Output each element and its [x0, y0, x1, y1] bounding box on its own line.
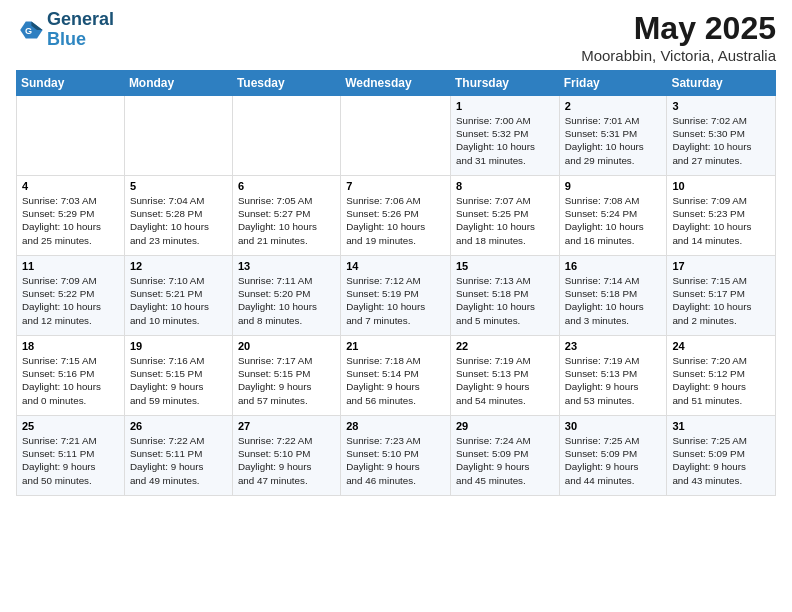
day-cell: 6Sunrise: 7:05 AMSunset: 5:27 PMDaylight… [232, 176, 340, 256]
day-number: 7 [346, 180, 445, 192]
day-info: Sunrise: 7:22 AMSunset: 5:10 PMDaylight:… [238, 434, 335, 487]
weekday-header-friday: Friday [559, 71, 667, 96]
day-number: 18 [22, 340, 119, 352]
day-number: 5 [130, 180, 227, 192]
day-cell: 7Sunrise: 7:06 AMSunset: 5:26 PMDaylight… [341, 176, 451, 256]
logo-line2: Blue [47, 30, 114, 50]
day-cell: 30Sunrise: 7:25 AMSunset: 5:09 PMDayligh… [559, 416, 667, 496]
day-cell: 26Sunrise: 7:22 AMSunset: 5:11 PMDayligh… [124, 416, 232, 496]
day-number: 13 [238, 260, 335, 272]
day-info: Sunrise: 7:23 AMSunset: 5:10 PMDaylight:… [346, 434, 445, 487]
week-row-4: 18Sunrise: 7:15 AMSunset: 5:16 PMDayligh… [17, 336, 776, 416]
day-number: 10 [672, 180, 770, 192]
day-info: Sunrise: 7:18 AMSunset: 5:14 PMDaylight:… [346, 354, 445, 407]
title-block: May 2025 Moorabbin, Victoria, Australia [581, 10, 776, 64]
day-cell: 15Sunrise: 7:13 AMSunset: 5:18 PMDayligh… [451, 256, 560, 336]
day-number: 17 [672, 260, 770, 272]
week-row-2: 4Sunrise: 7:03 AMSunset: 5:29 PMDaylight… [17, 176, 776, 256]
weekday-header-tuesday: Tuesday [232, 71, 340, 96]
day-cell: 2Sunrise: 7:01 AMSunset: 5:31 PMDaylight… [559, 96, 667, 176]
day-number: 19 [130, 340, 227, 352]
day-info: Sunrise: 7:15 AMSunset: 5:16 PMDaylight:… [22, 354, 119, 407]
day-number: 22 [456, 340, 554, 352]
day-cell: 24Sunrise: 7:20 AMSunset: 5:12 PMDayligh… [667, 336, 776, 416]
day-info: Sunrise: 7:21 AMSunset: 5:11 PMDaylight:… [22, 434, 119, 487]
day-cell: 29Sunrise: 7:24 AMSunset: 5:09 PMDayligh… [451, 416, 560, 496]
day-cell: 5Sunrise: 7:04 AMSunset: 5:28 PMDaylight… [124, 176, 232, 256]
day-number: 3 [672, 100, 770, 112]
day-cell: 8Sunrise: 7:07 AMSunset: 5:25 PMDaylight… [451, 176, 560, 256]
day-cell: 4Sunrise: 7:03 AMSunset: 5:29 PMDaylight… [17, 176, 125, 256]
day-number: 24 [672, 340, 770, 352]
day-info: Sunrise: 7:22 AMSunset: 5:11 PMDaylight:… [130, 434, 227, 487]
day-number: 16 [565, 260, 662, 272]
day-cell [17, 96, 125, 176]
day-info: Sunrise: 7:10 AMSunset: 5:21 PMDaylight:… [130, 274, 227, 327]
day-cell: 27Sunrise: 7:22 AMSunset: 5:10 PMDayligh… [232, 416, 340, 496]
day-number: 14 [346, 260, 445, 272]
day-number: 27 [238, 420, 335, 432]
day-cell [341, 96, 451, 176]
day-cell: 12Sunrise: 7:10 AMSunset: 5:21 PMDayligh… [124, 256, 232, 336]
weekday-header-wednesday: Wednesday [341, 71, 451, 96]
logo-line1: General [47, 10, 114, 30]
day-cell: 11Sunrise: 7:09 AMSunset: 5:22 PMDayligh… [17, 256, 125, 336]
day-cell: 28Sunrise: 7:23 AMSunset: 5:10 PMDayligh… [341, 416, 451, 496]
day-number: 6 [238, 180, 335, 192]
day-info: Sunrise: 7:06 AMSunset: 5:26 PMDaylight:… [346, 194, 445, 247]
page: G General Blue May 2025 Moorabbin, Victo… [0, 0, 792, 506]
day-cell [124, 96, 232, 176]
day-info: Sunrise: 7:03 AMSunset: 5:29 PMDaylight:… [22, 194, 119, 247]
day-info: Sunrise: 7:08 AMSunset: 5:24 PMDaylight:… [565, 194, 662, 247]
day-info: Sunrise: 7:05 AMSunset: 5:27 PMDaylight:… [238, 194, 335, 247]
day-info: Sunrise: 7:09 AMSunset: 5:23 PMDaylight:… [672, 194, 770, 247]
day-cell: 3Sunrise: 7:02 AMSunset: 5:30 PMDaylight… [667, 96, 776, 176]
day-number: 2 [565, 100, 662, 112]
day-cell: 19Sunrise: 7:16 AMSunset: 5:15 PMDayligh… [124, 336, 232, 416]
week-row-5: 25Sunrise: 7:21 AMSunset: 5:11 PMDayligh… [17, 416, 776, 496]
day-info: Sunrise: 7:17 AMSunset: 5:15 PMDaylight:… [238, 354, 335, 407]
day-cell: 31Sunrise: 7:25 AMSunset: 5:09 PMDayligh… [667, 416, 776, 496]
day-info: Sunrise: 7:04 AMSunset: 5:28 PMDaylight:… [130, 194, 227, 247]
day-number: 25 [22, 420, 119, 432]
day-info: Sunrise: 7:15 AMSunset: 5:17 PMDaylight:… [672, 274, 770, 327]
day-cell: 14Sunrise: 7:12 AMSunset: 5:19 PMDayligh… [341, 256, 451, 336]
day-number: 29 [456, 420, 554, 432]
day-number: 26 [130, 420, 227, 432]
day-cell: 17Sunrise: 7:15 AMSunset: 5:17 PMDayligh… [667, 256, 776, 336]
day-number: 12 [130, 260, 227, 272]
day-cell: 13Sunrise: 7:11 AMSunset: 5:20 PMDayligh… [232, 256, 340, 336]
day-number: 21 [346, 340, 445, 352]
day-cell: 21Sunrise: 7:18 AMSunset: 5:14 PMDayligh… [341, 336, 451, 416]
day-cell: 23Sunrise: 7:19 AMSunset: 5:13 PMDayligh… [559, 336, 667, 416]
day-cell: 22Sunrise: 7:19 AMSunset: 5:13 PMDayligh… [451, 336, 560, 416]
day-cell: 25Sunrise: 7:21 AMSunset: 5:11 PMDayligh… [17, 416, 125, 496]
header: G General Blue May 2025 Moorabbin, Victo… [16, 10, 776, 64]
day-info: Sunrise: 7:20 AMSunset: 5:12 PMDaylight:… [672, 354, 770, 407]
weekday-header-monday: Monday [124, 71, 232, 96]
day-info: Sunrise: 7:25 AMSunset: 5:09 PMDaylight:… [565, 434, 662, 487]
day-number: 31 [672, 420, 770, 432]
location: Moorabbin, Victoria, Australia [581, 47, 776, 64]
day-number: 23 [565, 340, 662, 352]
month-title: May 2025 [581, 10, 776, 47]
day-cell: 10Sunrise: 7:09 AMSunset: 5:23 PMDayligh… [667, 176, 776, 256]
day-info: Sunrise: 7:09 AMSunset: 5:22 PMDaylight:… [22, 274, 119, 327]
day-cell: 20Sunrise: 7:17 AMSunset: 5:15 PMDayligh… [232, 336, 340, 416]
day-number: 20 [238, 340, 335, 352]
day-number: 8 [456, 180, 554, 192]
day-info: Sunrise: 7:14 AMSunset: 5:18 PMDaylight:… [565, 274, 662, 327]
day-info: Sunrise: 7:13 AMSunset: 5:18 PMDaylight:… [456, 274, 554, 327]
day-info: Sunrise: 7:11 AMSunset: 5:20 PMDaylight:… [238, 274, 335, 327]
svg-text:G: G [25, 26, 32, 36]
day-info: Sunrise: 7:02 AMSunset: 5:30 PMDaylight:… [672, 114, 770, 167]
logo-icon: G [16, 16, 44, 44]
day-cell: 16Sunrise: 7:14 AMSunset: 5:18 PMDayligh… [559, 256, 667, 336]
day-info: Sunrise: 7:01 AMSunset: 5:31 PMDaylight:… [565, 114, 662, 167]
day-info: Sunrise: 7:00 AMSunset: 5:32 PMDaylight:… [456, 114, 554, 167]
week-row-3: 11Sunrise: 7:09 AMSunset: 5:22 PMDayligh… [17, 256, 776, 336]
weekday-header-thursday: Thursday [451, 71, 560, 96]
day-info: Sunrise: 7:07 AMSunset: 5:25 PMDaylight:… [456, 194, 554, 247]
day-cell [232, 96, 340, 176]
day-info: Sunrise: 7:19 AMSunset: 5:13 PMDaylight:… [565, 354, 662, 407]
